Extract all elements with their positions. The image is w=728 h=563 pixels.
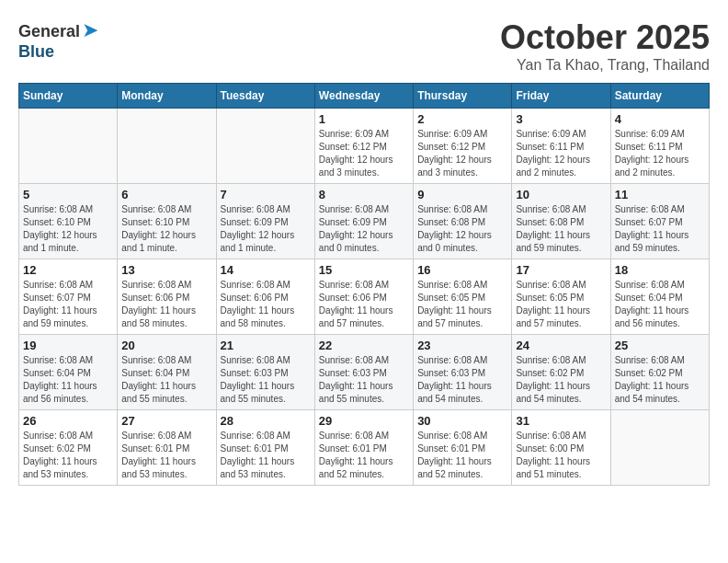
day-number: 23 bbox=[417, 339, 507, 352]
calendar-week-row: 5Sunrise: 6:08 AM Sunset: 6:10 PM Daylig… bbox=[19, 184, 710, 259]
day-info: Sunrise: 6:08 AM Sunset: 6:08 PM Dayligh… bbox=[516, 203, 606, 255]
calendar-cell: 14Sunrise: 6:08 AM Sunset: 6:06 PM Dayli… bbox=[216, 259, 314, 335]
day-number: 8 bbox=[319, 188, 409, 201]
calendar-cell: 17Sunrise: 6:08 AM Sunset: 6:05 PM Dayli… bbox=[512, 259, 610, 335]
calendar-cell bbox=[610, 410, 709, 486]
logo-general: General bbox=[18, 22, 80, 40]
calendar-cell: 9Sunrise: 6:08 AM Sunset: 6:08 PM Daylig… bbox=[414, 184, 512, 259]
day-info: Sunrise: 6:08 AM Sunset: 6:04 PM Dayligh… bbox=[615, 279, 705, 330]
calendar-week-row: 12Sunrise: 6:08 AM Sunset: 6:07 PM Dayli… bbox=[19, 259, 710, 335]
calendar-cell: 7Sunrise: 6:08 AM Sunset: 6:09 PM Daylig… bbox=[216, 184, 314, 259]
calendar-cell: 5Sunrise: 6:08 AM Sunset: 6:10 PM Daylig… bbox=[19, 184, 118, 259]
day-number: 25 bbox=[615, 339, 705, 352]
day-number: 30 bbox=[417, 414, 507, 428]
day-number: 1 bbox=[319, 112, 409, 126]
month-title: October 2025 bbox=[500, 18, 710, 57]
day-info: Sunrise: 6:08 AM Sunset: 6:05 PM Dayligh… bbox=[417, 279, 507, 330]
day-number: 31 bbox=[516, 414, 606, 428]
day-number: 20 bbox=[121, 339, 211, 352]
calendar-cell: 4Sunrise: 6:09 AM Sunset: 6:11 PM Daylig… bbox=[610, 109, 709, 184]
day-info: Sunrise: 6:08 AM Sunset: 6:01 PM Dayligh… bbox=[417, 430, 507, 481]
logo-blue: Blue bbox=[18, 42, 54, 61]
day-info: Sunrise: 6:09 AM Sunset: 6:12 PM Dayligh… bbox=[319, 128, 409, 179]
weekday-header-tuesday: Tuesday bbox=[216, 84, 314, 109]
day-info: Sunrise: 6:08 AM Sunset: 6:01 PM Dayligh… bbox=[121, 430, 211, 481]
weekday-header-saturday: Saturday bbox=[610, 84, 709, 109]
day-info: Sunrise: 6:08 AM Sunset: 6:07 PM Dayligh… bbox=[615, 203, 705, 255]
day-info: Sunrise: 6:09 AM Sunset: 6:11 PM Dayligh… bbox=[516, 128, 606, 179]
day-number: 10 bbox=[516, 188, 606, 201]
weekday-header-thursday: Thursday bbox=[414, 84, 512, 109]
calendar-cell bbox=[118, 109, 216, 184]
day-number: 17 bbox=[516, 263, 606, 277]
calendar-cell: 11Sunrise: 6:08 AM Sunset: 6:07 PM Dayli… bbox=[610, 184, 709, 259]
day-info: Sunrise: 6:08 AM Sunset: 6:06 PM Dayligh… bbox=[121, 279, 211, 330]
calendar-cell: 23Sunrise: 6:08 AM Sunset: 6:03 PM Dayli… bbox=[414, 335, 512, 410]
day-info: Sunrise: 6:08 AM Sunset: 6:07 PM Dayligh… bbox=[23, 279, 113, 330]
calendar-cell: 21Sunrise: 6:08 AM Sunset: 6:03 PM Dayli… bbox=[216, 335, 314, 410]
day-info: Sunrise: 6:08 AM Sunset: 6:01 PM Dayligh… bbox=[319, 430, 409, 481]
weekday-header-friday: Friday bbox=[512, 84, 610, 109]
day-number: 6 bbox=[121, 188, 211, 201]
day-info: Sunrise: 6:08 AM Sunset: 6:01 PM Dayligh… bbox=[221, 430, 311, 481]
location-title: Yan Ta Khao, Trang, Thailand bbox=[500, 57, 710, 74]
day-info: Sunrise: 6:08 AM Sunset: 6:03 PM Dayligh… bbox=[417, 354, 507, 406]
calendar-cell: 19Sunrise: 6:08 AM Sunset: 6:04 PM Dayli… bbox=[19, 335, 118, 410]
calendar-week-row: 1Sunrise: 6:09 AM Sunset: 6:12 PM Daylig… bbox=[19, 109, 710, 184]
calendar-cell: 24Sunrise: 6:08 AM Sunset: 6:02 PM Dayli… bbox=[512, 335, 610, 410]
day-number: 2 bbox=[417, 112, 507, 126]
day-info: Sunrise: 6:08 AM Sunset: 6:06 PM Dayligh… bbox=[319, 279, 409, 330]
day-info: Sunrise: 6:08 AM Sunset: 6:02 PM Dayligh… bbox=[615, 354, 705, 406]
calendar-cell: 22Sunrise: 6:08 AM Sunset: 6:03 PM Dayli… bbox=[314, 335, 413, 410]
day-info: Sunrise: 6:08 AM Sunset: 6:04 PM Dayligh… bbox=[121, 354, 211, 406]
day-info: Sunrise: 6:08 AM Sunset: 6:08 PM Dayligh… bbox=[417, 203, 507, 255]
day-number: 28 bbox=[221, 414, 311, 428]
calendar-cell: 28Sunrise: 6:08 AM Sunset: 6:01 PM Dayli… bbox=[216, 410, 314, 486]
day-number: 7 bbox=[221, 188, 311, 201]
calendar-cell: 12Sunrise: 6:08 AM Sunset: 6:07 PM Dayli… bbox=[19, 259, 118, 335]
calendar-cell: 20Sunrise: 6:08 AM Sunset: 6:04 PM Dayli… bbox=[118, 335, 216, 410]
day-number: 18 bbox=[615, 263, 705, 277]
day-number: 5 bbox=[23, 188, 113, 201]
day-number: 13 bbox=[121, 263, 211, 277]
day-info: Sunrise: 6:08 AM Sunset: 6:03 PM Dayligh… bbox=[319, 354, 409, 406]
day-number: 11 bbox=[615, 188, 705, 201]
day-info: Sunrise: 6:08 AM Sunset: 6:06 PM Dayligh… bbox=[221, 279, 311, 330]
day-number: 22 bbox=[319, 339, 409, 352]
day-info: Sunrise: 6:08 AM Sunset: 6:00 PM Dayligh… bbox=[516, 430, 606, 481]
calendar-cell: 26Sunrise: 6:08 AM Sunset: 6:02 PM Dayli… bbox=[19, 410, 118, 486]
calendar-cell: 2Sunrise: 6:09 AM Sunset: 6:12 PM Daylig… bbox=[414, 109, 512, 184]
day-number: 27 bbox=[121, 414, 211, 428]
weekday-header-wednesday: Wednesday bbox=[314, 84, 413, 109]
calendar-week-row: 26Sunrise: 6:08 AM Sunset: 6:02 PM Dayli… bbox=[19, 410, 710, 486]
calendar-cell: 1Sunrise: 6:09 AM Sunset: 6:12 PM Daylig… bbox=[314, 109, 413, 184]
calendar-cell: 6Sunrise: 6:08 AM Sunset: 6:10 PM Daylig… bbox=[118, 184, 216, 259]
calendar-cell: 30Sunrise: 6:08 AM Sunset: 6:01 PM Dayli… bbox=[414, 410, 512, 486]
calendar-cell: 31Sunrise: 6:08 AM Sunset: 6:00 PM Dayli… bbox=[512, 410, 610, 486]
day-number: 15 bbox=[319, 263, 409, 277]
day-info: Sunrise: 6:08 AM Sunset: 6:10 PM Dayligh… bbox=[121, 203, 211, 255]
logo: General➤ Blue bbox=[18, 18, 98, 62]
calendar-cell: 13Sunrise: 6:08 AM Sunset: 6:06 PM Dayli… bbox=[118, 259, 216, 335]
day-info: Sunrise: 6:09 AM Sunset: 6:11 PM Dayligh… bbox=[615, 128, 705, 179]
calendar-week-row: 19Sunrise: 6:08 AM Sunset: 6:04 PM Dayli… bbox=[19, 335, 710, 410]
calendar-cell: 16Sunrise: 6:08 AM Sunset: 6:05 PM Dayli… bbox=[414, 259, 512, 335]
day-info: Sunrise: 6:08 AM Sunset: 6:02 PM Dayligh… bbox=[516, 354, 606, 406]
day-info: Sunrise: 6:08 AM Sunset: 6:03 PM Dayligh… bbox=[221, 354, 311, 406]
day-info: Sunrise: 6:08 AM Sunset: 6:05 PM Dayligh… bbox=[516, 279, 606, 330]
calendar-header-row: SundayMondayTuesdayWednesdayThursdayFrid… bbox=[19, 84, 710, 109]
day-number: 29 bbox=[319, 414, 409, 428]
weekday-header-sunday: Sunday bbox=[19, 84, 118, 109]
title-section: October 2025 Yan Ta Khao, Trang, Thailan… bbox=[500, 18, 710, 74]
day-number: 3 bbox=[516, 112, 606, 126]
calendar-cell: 15Sunrise: 6:08 AM Sunset: 6:06 PM Dayli… bbox=[314, 259, 413, 335]
calendar-cell: 8Sunrise: 6:08 AM Sunset: 6:09 PM Daylig… bbox=[314, 184, 413, 259]
day-number: 16 bbox=[417, 263, 507, 277]
calendar-cell: 18Sunrise: 6:08 AM Sunset: 6:04 PM Dayli… bbox=[610, 259, 709, 335]
page-header: General➤ Blue October 2025 Yan Ta Khao, … bbox=[18, 18, 710, 74]
day-number: 9 bbox=[417, 188, 507, 201]
calendar-cell bbox=[216, 109, 314, 184]
logo-bird-icon: ➤ bbox=[82, 18, 98, 41]
day-number: 14 bbox=[221, 263, 311, 277]
day-info: Sunrise: 6:08 AM Sunset: 6:09 PM Dayligh… bbox=[221, 203, 311, 255]
